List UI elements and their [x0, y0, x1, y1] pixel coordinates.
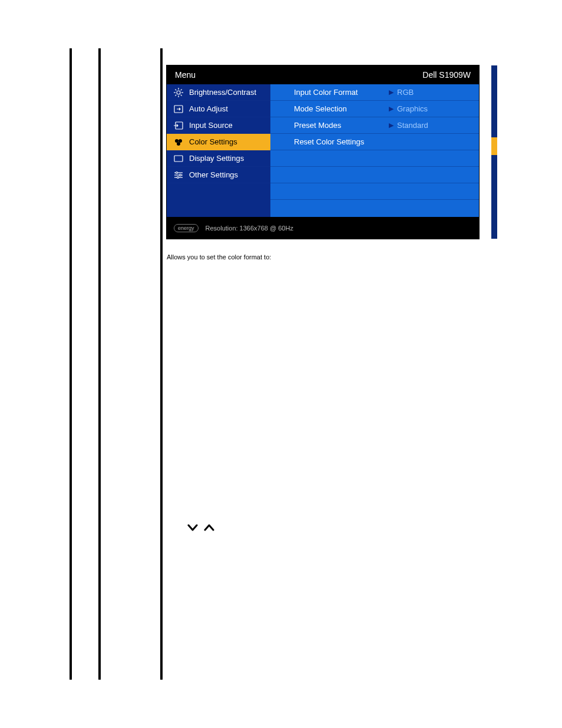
svg-point-12 [178, 139, 182, 143]
submenu-empty [270, 150, 479, 167]
vertical-rule-3 [160, 48, 163, 680]
submenu-value: RGB [397, 88, 414, 97]
chevron-up-icon[interactable] [204, 523, 214, 532]
menu-item-label: Input Source [189, 121, 233, 130]
menu-item-label: Other Settings [189, 170, 238, 179]
color-settings-icon [174, 138, 183, 146]
submenu-value: Graphics [397, 104, 428, 113]
osd-body: Brightness/Contrast Auto Adjust Input So… [167, 84, 479, 217]
display-settings-icon [174, 154, 183, 163]
submenu-empty [270, 183, 479, 200]
osd-header: Menu Dell S1909W [167, 65, 479, 84]
svg-point-19 [180, 174, 181, 176]
submenu-input-color-format[interactable]: Input Color Format ▶ RGB [270, 84, 479, 101]
chevron-right-icon: ▶ [389, 121, 394, 129]
caption-text: Allows you to set the color format to: [167, 253, 271, 261]
chevron-right-icon: ▶ [389, 105, 394, 113]
submenu-value: Standard [397, 121, 428, 130]
submenu-preset-modes[interactable]: Preset Modes ▶ Standard [270, 117, 479, 134]
energy-star-icon: energy [174, 224, 199, 232]
footer-resolution: Resolution: 1366x768 @ 60Hz [206, 225, 293, 232]
input-source-icon [174, 121, 183, 130]
submenu-label: Input Color Format [294, 88, 385, 97]
sliver-highlight [491, 137, 497, 155]
svg-point-0 [177, 91, 180, 94]
chevron-down-icon[interactable] [187, 523, 198, 532]
menu-item-label: Brightness/Contrast [189, 88, 256, 97]
submenu-reset-color-settings[interactable]: Reset Color Settings [270, 134, 479, 150]
osd-right-panel: Input Color Format ▶ RGB Mode Selection … [270, 84, 479, 217]
menu-item-other-settings[interactable]: Other Settings [167, 167, 270, 183]
submenu-mode-selection[interactable]: Mode Selection ▶ Graphics [270, 101, 479, 117]
nav-chevrons [187, 523, 214, 532]
second-osd-sliver [491, 65, 497, 239]
vertical-rule-2 [98, 48, 101, 680]
menu-item-label: Display Settings [189, 154, 244, 163]
osd-left-menu: Brightness/Contrast Auto Adjust Input So… [167, 84, 270, 217]
svg-point-18 [176, 172, 178, 173]
vertical-rule-1 [70, 48, 72, 680]
svg-line-7 [175, 94, 176, 95]
menu-item-color-settings[interactable]: Color Settings [167, 134, 270, 150]
menu-item-label: Color Settings [189, 137, 237, 146]
svg-line-5 [175, 89, 176, 90]
menu-item-display-settings[interactable]: Display Settings [167, 150, 270, 167]
other-settings-icon [174, 171, 183, 179]
submenu-label: Mode Selection [294, 104, 385, 113]
svg-line-8 [181, 89, 182, 90]
svg-line-6 [181, 94, 182, 95]
submenu-label: Preset Modes [294, 121, 385, 130]
submenu-empty [270, 167, 479, 183]
menu-item-brightness-contrast[interactable]: Brightness/Contrast [167, 84, 270, 101]
osd-footer: energy Resolution: 1366x768 @ 60Hz [167, 217, 479, 239]
menu-item-label: Auto Adjust [189, 104, 228, 113]
auto-adjust-icon [174, 105, 183, 113]
svg-point-11 [175, 139, 178, 143]
menu-item-auto-adjust[interactable]: Auto Adjust [167, 101, 270, 117]
svg-point-13 [177, 142, 180, 146]
osd-title: Menu [175, 70, 196, 80]
svg-point-20 [177, 176, 179, 178]
osd-panel: Menu Dell S1909W Brightness/Contrast Aut… [167, 65, 479, 239]
menu-item-input-source[interactable]: Input Source [167, 117, 270, 134]
chevron-right-icon: ▶ [389, 88, 394, 96]
osd-model: Dell S1909W [422, 70, 471, 80]
submenu-label: Reset Color Settings [294, 137, 385, 146]
svg-rect-14 [174, 156, 183, 162]
submenu-empty [270, 200, 479, 216]
brightness-icon [174, 88, 183, 97]
